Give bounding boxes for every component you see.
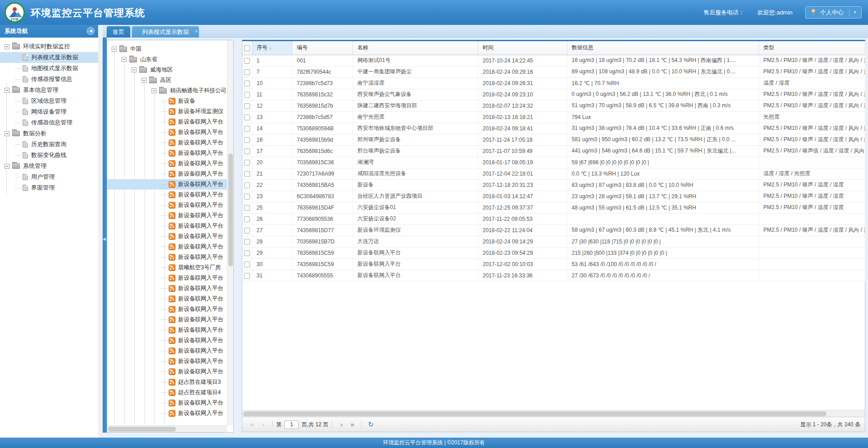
sidebar-item-2-1[interactable]: 数据变化曲线 <box>0 150 98 161</box>
table-row[interactable]: 22743569815BA5新设备2017-12-18 20:31:2363 u… <box>242 179 865 191</box>
sidebar-group-0[interactable]: 环境实时数据监控 <box>0 41 98 52</box>
sidebar-item-1-1[interactable]: 网络设备管理 <box>0 106 98 117</box>
table-horizontal-scrollbar[interactable] <box>242 410 865 417</box>
row-checkbox[interactable] <box>244 194 250 200</box>
tree-expander-icon[interactable] <box>5 44 9 49</box>
region-folder-1[interactable]: 山东省 <box>107 54 233 65</box>
tree-horizontal-scrollbar[interactable] <box>107 425 227 432</box>
region-leaf[interactable]: 新设备联网入平台 <box>107 200 233 210</box>
row-checkbox[interactable] <box>244 69 250 75</box>
table-row[interactable]: 17763569815d6c邢台噪声扬尘设备2017-11-07 10:59:4… <box>242 145 865 157</box>
row-checkbox[interactable] <box>244 250 250 256</box>
column-header-name[interactable]: 名称 <box>353 41 478 55</box>
tree-expander-icon[interactable] <box>5 88 9 93</box>
tree-expander-icon[interactable] <box>112 47 117 52</box>
region-leaf[interactable]: 新设备联网入平台 <box>107 283 233 294</box>
table-row[interactable]: 12763569815d7b陕建二建西安华海项目部2018-02-07 13:2… <box>242 100 865 111</box>
region-leaf[interactable]: 晨曦航空3号厂房 <box>107 262 233 273</box>
tree-expander-icon[interactable] <box>132 67 137 72</box>
region-leaf[interactable]: 新设备联网入平台 <box>107 252 233 262</box>
column-header-type[interactable]: 类型 <box>759 41 865 55</box>
region-leaf[interactable]: 新设备联网入平台 <box>107 158 233 169</box>
panel-splitter[interactable]: ◀ <box>103 38 107 433</box>
row-checkbox[interactable] <box>244 160 250 166</box>
table-row[interactable]: 20703569815C36湘澜湾2018-01-17 08:05:1959 |… <box>242 157 865 168</box>
region-leaf[interactable]: 新设备联网入平台 <box>107 273 233 283</box>
row-checkbox[interactable] <box>244 216 250 222</box>
row-checkbox[interactable] <box>244 103 250 109</box>
region-leaf[interactable]: 新设备联网入平台 <box>107 179 233 190</box>
table-row[interactable]: 30743569815C59新设备联网入平台2017-12-02 00:10:0… <box>242 258 865 270</box>
first-page-button[interactable]: « <box>247 419 258 429</box>
table-row[interactable]: 217230717A6A99咸阳温湿度光照设备2017-12-04 22:18:… <box>242 168 865 179</box>
region-leaf[interactable]: 赵占胜在建项目4 <box>107 387 233 398</box>
tree-expander-icon[interactable] <box>122 57 127 62</box>
region-leaf[interactable]: 新设备联网入平台 <box>107 398 233 408</box>
row-checkbox[interactable] <box>244 137 250 143</box>
table-row[interactable]: 28703569815B7D大连万达2018-02-24 09:14:2927 … <box>242 236 865 247</box>
table-row[interactable]: 25763569815D4F六安扬尘设备012017-12-25 09:37:3… <box>242 202 865 213</box>
row-checkbox[interactable] <box>244 58 250 64</box>
page-number-input[interactable] <box>284 420 299 429</box>
tree-vertical-scrollbar[interactable] <box>227 40 233 425</box>
tab-home[interactable]: 首页 <box>107 26 130 38</box>
chevron-down-icon[interactable]: ▼ <box>853 10 857 14</box>
table-row[interactable]: 16743569815b9d郑州噪声扬尘设备2017-11-24 17:05:1… <box>242 134 865 145</box>
region-leaf[interactable]: 新设备 <box>107 96 233 106</box>
tree-expander-icon[interactable] <box>5 131 9 136</box>
region-leaf[interactable]: 新设备联网入平台 <box>107 335 233 346</box>
next-page-button[interactable]: › <box>336 419 347 429</box>
table-row[interactable]: 27743569815D77新设备环境监测仪2018-02-22 11:24:0… <box>242 224 865 236</box>
region-folder-4[interactable]: 精讯畅通电子科技公司 <box>107 86 233 96</box>
row-checkbox[interactable] <box>244 81 250 86</box>
table-row[interactable]: 1475306890594B西安市地铁城东物资中心项目部2018-02-24 0… <box>242 123 865 134</box>
region-leaf[interactable]: 新设备环境监测仪 <box>107 106 233 117</box>
sidebar-item-1-2[interactable]: 传感器信息管理 <box>0 117 98 128</box>
region-folder-2[interactable]: 威海地区 <box>107 65 233 75</box>
region-leaf[interactable]: 新设备联网入平台 <box>107 346 233 356</box>
user-center-button[interactable]: 个人中心 ▼ <box>805 6 862 19</box>
region-folder-3[interactable]: 高区 <box>107 75 233 86</box>
region-leaf[interactable]: 新设备联网入平台 <box>107 127 233 138</box>
row-checkbox[interactable] <box>244 228 250 234</box>
row-checkbox[interactable] <box>244 273 250 279</box>
sidebar-item-0-2[interactable]: 传感器报警信息 <box>0 74 98 85</box>
row-checkbox[interactable] <box>244 148 250 154</box>
sidebar-item-0-0[interactable]: 列表模式显示数据 <box>0 52 98 63</box>
region-leaf[interactable]: 新设备联网入平台 <box>107 304 233 315</box>
table-row[interactable]: 11763569815c32西安噪声扬尘气象设备2018-02-24 09:23… <box>242 89 865 100</box>
table-row[interactable]: 7782f6790544c中建一局集团噪声扬尘2018-02-24 09:29:… <box>242 66 865 77</box>
sidebar-item-1-0[interactable]: 区域信息管理 <box>0 95 98 106</box>
column-header-seq[interactable]: 序号↓ <box>252 41 292 55</box>
column-header-check[interactable] <box>242 41 252 55</box>
table-row[interactable]: 236C3064986783合经区人力资源产业园项目2018-01-03 14:… <box>242 191 865 202</box>
row-checkbox[interactable] <box>244 114 250 120</box>
table-row[interactable]: 1372386b7c5d57南宁光照度2018-02-13 16:18:2179… <box>242 111 865 123</box>
prev-page-button[interactable]: ‹ <box>258 419 269 429</box>
sidebar-group-1[interactable]: 基本信息管理 <box>0 85 98 95</box>
tab-list-mode-data[interactable]: 列表模式显示数据 × <box>132 26 199 38</box>
region-leaf[interactable]: 新设备联网入平台 <box>107 315 233 325</box>
row-checkbox[interactable] <box>244 92 250 98</box>
sidebar-item-3-0[interactable]: 用户管理 <box>0 172 98 182</box>
sidebar-item-0-1[interactable]: 地图模式显示数据 <box>0 63 98 74</box>
row-checkbox[interactable] <box>244 262 250 267</box>
region-leaf[interactable]: 新设备联网入平台 <box>107 221 233 231</box>
tab-close-icon[interactable]: × <box>195 26 198 37</box>
column-header-time[interactable]: 时间 <box>478 41 567 55</box>
row-checkbox[interactable] <box>244 171 250 177</box>
region-folder-0[interactable]: 中国 <box>107 44 233 54</box>
sidebar-item-2-0[interactable]: 历史数据查询 <box>0 139 98 150</box>
region-leaf[interactable]: 新设备联网入平台 <box>107 190 233 200</box>
table-row[interactable]: 29763569815C59新设备联网入平台2018-02-23 09:54:2… <box>242 247 865 258</box>
refresh-icon[interactable]: ↻ <box>365 419 376 429</box>
last-page-button[interactable]: » <box>347 419 358 429</box>
header-checkbox[interactable] <box>244 45 250 51</box>
sidebar-group-3[interactable]: 系统管理 <box>0 161 98 172</box>
region-leaf[interactable]: 新设备联网入平台 <box>107 367 233 377</box>
region-leaf[interactable]: 新设备联网入平台 <box>107 210 233 221</box>
tree-expander-icon[interactable] <box>142 78 146 83</box>
region-leaf[interactable]: 赵占胜在建项目3 <box>107 377 233 387</box>
table-row[interactable]: 1072386b7c5d73南宁温湿度2018-02-24 09:26:3116… <box>242 77 865 89</box>
region-leaf[interactable]: 新设备联网入平台 <box>107 231 233 242</box>
